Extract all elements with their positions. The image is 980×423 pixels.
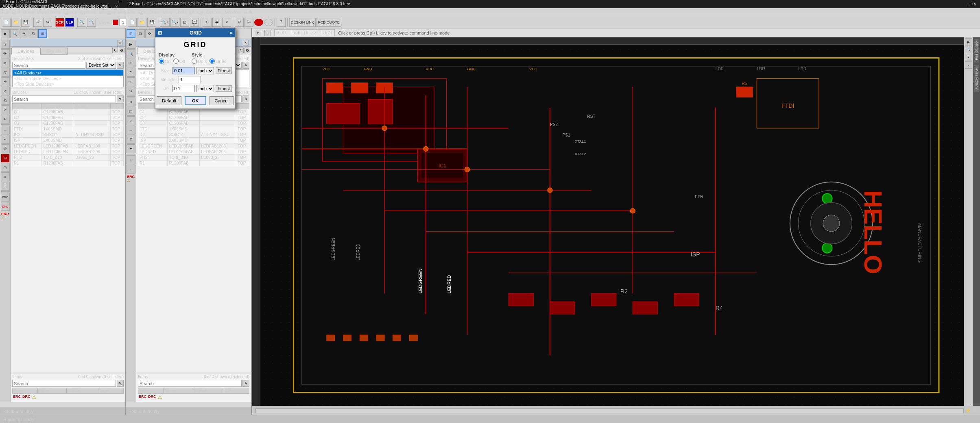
table-row[interactable]: IC1SOIC14ATTINY44-SSUTOP [138,132,249,138]
table-row[interactable]: C1C1206FABTOP [13,109,124,115]
dm2-items-search[interactable] [138,380,242,387]
tb-r-redo[interactable]: ↪ [244,18,253,27]
tb-ul-btn[interactable]: ULP [65,18,74,27]
table-row[interactable]: PH2TO-8_B10B1060_23TOP [138,155,249,161]
vt1-eye[interactable]: 👁 [1,49,10,58]
vt1-poly[interactable]: ▢ [1,163,10,172]
table-row[interactable]: PH2TO-8_B10B1060_23TOP [13,155,124,161]
default-btn[interactable]: Default [157,96,181,105]
tb-zoom-out-btn[interactable]: 🔍 [87,18,96,27]
table-row[interactable]: C2C1206FABTOP [138,115,249,121]
tb-undo-btn[interactable]: ↩ [33,18,42,27]
ok-btn[interactable]: OK [185,96,206,105]
hscroll-2[interactable] [126,402,251,407]
pcb-status-scrollbar[interactable] [255,408,964,413]
vt2-1[interactable]: ▶ [127,40,135,49]
tb-r-open[interactable]: 📁 [138,18,146,27]
table-row[interactable]: R1R1206FABTOP [13,161,124,166]
vt2-7[interactable]: ⊕ [127,98,135,106]
table-row[interactable]: C3C1206FABTOP [138,121,249,126]
tab-devices[interactable]: Devices [11,48,41,55]
menu-edit-l[interactable]: Edit [12,10,20,15]
alt-unit-select[interactable]: inch mm mil [196,85,214,92]
sb1-move[interactable]: ✛ [20,29,28,38]
items-search[interactable] [12,380,116,387]
items-edit[interactable]: ✎ [117,380,124,387]
list-item-bottom[interactable]: <Bottom Side Devices> [13,76,123,81]
tb-r-zoomin[interactable]: 🔍+ [160,18,170,27]
pcb-rt-4[interactable]: - [965,61,972,69]
table-row[interactable]: LEDREDLED1206FABLEDFAB1206TOP [138,149,249,155]
vt2-11[interactable]: T [127,135,135,144]
tb-redo-btn[interactable]: ↪ [43,18,52,27]
style-lines-radio[interactable] [210,59,215,64]
menu-draw-r[interactable]: Draw [149,10,160,15]
grid-dialog[interactable]: ⊞ GRID × GRID Display On Off [155,28,236,109]
menu-window-r[interactable]: Window [225,10,241,15]
vt2-12[interactable]: ✦ [127,144,135,153]
pcb-rt-1[interactable]: ▶ [965,38,972,46]
dm2-items-edit[interactable]: ✎ [242,380,249,387]
dm-refresh[interactable]: ↻ [112,48,118,53]
tb-r-mirror[interactable]: ⇄ [212,18,221,27]
devices-table-scroll[interactable]: Name Footprint Value S▲ C1C1206FABTOPC2C… [12,103,124,371]
vt1-route[interactable]: ↔ [1,135,10,144]
tb-r-zoomout[interactable]: 🔍- [170,18,179,27]
display-on-radio[interactable] [159,59,164,64]
vt1-del[interactable]: ✕ [1,105,10,114]
layer-dropdown[interactable]: 1 Top 16 Bottom [119,19,126,26]
table-row[interactable]: LEDREDLED1206FABLEDFAB1206TOP [13,149,124,155]
dm2-refresh[interactable]: ↻ [238,48,244,53]
vt1-drc2[interactable]: DRC [1,202,10,211]
alt-input[interactable] [172,85,195,92]
cancel-btn[interactable]: Cancel [210,96,234,105]
vt2-10[interactable]: ─ [127,126,135,134]
sb2-grid[interactable]: ⊞ [127,29,135,38]
table-row[interactable]: LEDGREENLED1206FABLEDFAB1206TOP [138,143,249,149]
dm2-settings[interactable]: ⚙ [244,48,250,53]
sb2-layer[interactable]: ⊡ [136,29,145,38]
table-row[interactable]: C3C1206FABTOP [13,121,124,126]
vt2-3[interactable]: ✛ [127,59,135,67]
vt1-text[interactable]: T [1,182,10,191]
pcb-board[interactable]: IC1 FTDI [260,45,964,406]
tb-r-pause[interactable] [264,19,273,26]
menu-options-r[interactable]: Options [206,10,222,15]
vt1-copy[interactable]: ⧉ [1,96,10,105]
fusion-tab-1[interactable]: FUSION 360 [974,39,979,63]
list-item-all-devices[interactable]: <All Devices> [13,70,123,76]
vt1-move[interactable]: ✛ [1,77,10,86]
menu-library-l[interactable]: Library [63,10,77,15]
sb2-pan[interactable]: ✛ [145,29,154,38]
vt1-rot[interactable]: ↻ [1,115,10,124]
size-unit-select[interactable]: inch mm mil [196,67,214,74]
size-finest-btn[interactable]: Finest [216,67,232,74]
dm2-table-scroll[interactable]: Name Footprint Value S▲ C1C1206FABTOPC2C… [138,103,249,371]
tb-r-rotate[interactable]: ↻ [203,18,212,27]
fusion-tab-2[interactable]: FUSION TEAM [974,65,979,92]
vt2-5[interactable]: ↩ [127,77,135,86]
dm2-close[interactable]: × [243,40,249,46]
tb-r-zoomfit[interactable]: ⊡ [180,18,189,27]
menu-tools-l[interactable]: Tools [50,10,60,15]
cmd-zoom-out[interactable]: - [264,30,271,36]
style-lines-label[interactable]: Lines [210,59,226,64]
dm2-dev-edit[interactable]: ✎ [242,95,249,102]
device-sets-filter[interactable]: Device Set [86,62,116,69]
tb-design-link[interactable]: DESIGN LINK [289,18,316,27]
menu-view-l[interactable]: View [37,10,46,15]
table-row[interactable]: ISP2X03SMDTOP [13,138,124,143]
menu-library-r[interactable]: Library [190,10,203,15]
menu-window-l[interactable]: Window [99,10,115,15]
menu-help-r[interactable]: Help [244,10,253,15]
devices-edit[interactable]: ✎ [117,95,124,102]
menu-draw-l[interactable]: Draw [23,10,34,15]
vt1-a1[interactable]: A [1,59,10,67]
tb-r-new[interactable]: 📄 [128,18,137,27]
table-row[interactable]: C1C1206FABTOP [138,109,249,115]
vt1-via[interactable]: ⊕ [1,144,10,153]
device-sets-edit[interactable]: ✎ [117,62,124,69]
menu-tools-r[interactable]: Tools [176,10,186,15]
pcb-rt-3[interactable]: + [965,54,972,61]
sb1-zoom[interactable]: 🔍 [10,29,19,38]
